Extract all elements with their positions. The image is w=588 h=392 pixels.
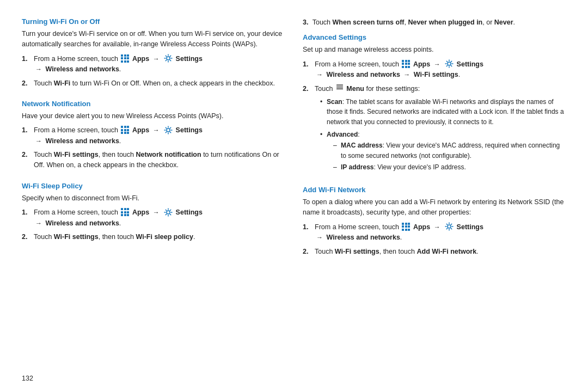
- svg-rect-5: [336, 87, 343, 88]
- turning-wifi-list: 1. From a Home screen, touch Apps → Sett…: [22, 54, 285, 89]
- list-item: 2. Touch Wi-Fi settings, then touch Add …: [303, 247, 566, 257]
- wifi-settings-label: Wi-Fi settings: [54, 151, 99, 158]
- settings-icon: [164, 208, 173, 217]
- menu-label: Menu: [346, 85, 364, 93]
- page-container: Turning Wi-Fi On or Off Turn your device…: [0, 0, 588, 392]
- list-item: 1. From a Home screen, touch Apps → Sett…: [22, 207, 285, 229]
- advanced-label: Advanced: [327, 131, 358, 138]
- turning-wifi-body: Turn your device's Wi-Fi service on or o…: [22, 29, 285, 50]
- wireless-networks-label: Wireless and networks: [45, 65, 119, 73]
- section-advanced-settings: Advanced Settings Set up and manage wire…: [303, 33, 566, 178]
- settings-icon: [445, 222, 454, 231]
- wireless-networks-label: Wireless and networks: [45, 137, 119, 145]
- list-num: 2.: [303, 84, 313, 94]
- when-screen-turns-off-label: When screen turns off: [333, 19, 405, 26]
- settings-icon: [164, 126, 173, 134]
- section-title-wifi-sleep: Wi-Fi Sleep Policy: [22, 182, 285, 190]
- list-content: From a Home screen, touch Apps → Setting…: [34, 207, 285, 229]
- add-wifi-network-body: To open a dialog where you can add a Wi-…: [303, 197, 566, 218]
- list-num: 2.: [22, 232, 32, 242]
- list-num: 1.: [22, 54, 32, 64]
- wifi-label: Wi-Fi: [54, 79, 70, 87]
- list-content: From a Home screen, touch Apps → Setting…: [34, 125, 285, 146]
- list-num: 1.: [22, 125, 32, 136]
- list-num: 2.: [22, 78, 32, 89]
- apps-icon: [402, 223, 410, 231]
- never-when-plugged-label: Never when plugged in: [408, 19, 482, 26]
- network-notification-label: Network notification: [136, 151, 201, 158]
- list-item: 2. Touch Menu for these settings: Scan: …: [303, 84, 566, 175]
- list-content: Touch Wi-Fi settings, then touch Wi-Fi s…: [34, 232, 285, 242]
- settings-label: Settings: [176, 126, 203, 134]
- apps-icon: [121, 208, 129, 216]
- list-content: Touch Menu for these settings: Scan: The…: [315, 84, 566, 175]
- network-notification-body: Have your device alert you to new Wirele…: [22, 111, 285, 121]
- mac-address-label: MAC address: [341, 142, 383, 149]
- svg-point-7: [448, 225, 451, 228]
- wifi-settings-label: Wi-Fi settings: [335, 248, 379, 255]
- settings-label: Settings: [176, 209, 203, 216]
- list-item: 1. From a Home screen, touch Apps → Sett…: [303, 222, 566, 243]
- list-num: 1.: [303, 59, 313, 70]
- wifi-settings-label: Wi-Fi settings: [54, 233, 99, 241]
- list-content: From a Home screen, touch Apps → Setting…: [34, 54, 285, 75]
- scan-label: Scan: [327, 98, 342, 106]
- section-wifi-sleep: Wi-Fi Sleep Policy Specify when to disco…: [22, 182, 285, 246]
- section-title-turning-wifi: Turning Wi-Fi On or Off: [22, 17, 285, 26]
- apps-label: Apps: [132, 55, 149, 63]
- settings-icon: [164, 54, 173, 63]
- svg-rect-6: [336, 88, 343, 89]
- menu-icon: [336, 83, 344, 94]
- apps-icon: [121, 54, 129, 63]
- list-item: 1. From a Home screen, touch Apps → Sett…: [22, 54, 285, 75]
- step3-text: 3. Touch When screen turns off, Never wh…: [303, 17, 566, 28]
- sub-bullet-ip: IP address: View your device's IP addres…: [333, 162, 566, 173]
- section-title-advanced-settings: Advanced Settings: [303, 33, 566, 41]
- section-add-wifi-network: Add Wi-Fi Network To open a dialog where…: [303, 186, 566, 260]
- bullet-advanced: Advanced: MAC address: View your device'…: [320, 130, 566, 173]
- svg-point-1: [167, 128, 170, 132]
- svg-point-3: [448, 62, 451, 65]
- list-num: 1.: [22, 207, 32, 218]
- settings-label: Settings: [176, 55, 203, 63]
- wifi-settings-label: Wi-Fi settings: [414, 71, 458, 78]
- section-network-notification: Network Notification Have your device al…: [22, 100, 285, 174]
- ip-address-label: IP address: [341, 163, 373, 171]
- section-title-add-wifi-network: Add Wi-Fi Network: [303, 186, 566, 194]
- apps-icon: [402, 60, 410, 68]
- list-content: Touch Wi-Fi to turn Wi-Fi On or Off. Whe…: [34, 78, 285, 89]
- list-item: 2. Touch Wi-Fi settings, then touch Netw…: [22, 150, 285, 171]
- advanced-sub-list: MAC address: View your device's MAC addr…: [327, 140, 566, 173]
- network-notification-list: 1. From a Home screen, touch Apps → Sett…: [22, 125, 285, 171]
- advanced-settings-body: Set up and manage wireless access points…: [303, 45, 566, 55]
- svg-rect-4: [336, 84, 343, 85]
- advanced-settings-list: 1. From a Home screen, touch Apps → Sett…: [303, 59, 566, 175]
- page-number: 132: [22, 375, 33, 382]
- wireless-networks-label: Wireless and networks: [326, 71, 400, 78]
- list-item: 2. Touch Wi-Fi settings, then touch Wi-F…: [22, 232, 285, 242]
- add-wifi-list: 1. From a Home screen, touch Apps → Sett…: [303, 222, 566, 257]
- wireless-networks-label: Wireless and networks: [326, 234, 400, 241]
- bullet-scan: Scan: The tablet scans for available Wi-…: [320, 97, 566, 127]
- wifi-sleep-list: 1. From a Home screen, touch Apps → Sett…: [22, 207, 285, 242]
- sub-bullet-mac: MAC address: View your device's MAC addr…: [333, 140, 566, 161]
- apps-label: Apps: [132, 126, 149, 134]
- right-column: 3. Touch When screen turns off, Never wh…: [303, 17, 566, 379]
- add-wifi-network-label: Add Wi-Fi network: [417, 248, 477, 255]
- never-label: Never: [494, 19, 513, 26]
- apps-label: Apps: [413, 223, 430, 231]
- list-content: Touch Wi-Fi settings, then touch Network…: [34, 150, 285, 171]
- left-column: Turning Wi-Fi On or Off Turn your device…: [22, 17, 285, 379]
- section-title-network-notification: Network Notification: [22, 100, 285, 108]
- list-content: From a Home screen, touch Apps → Setting…: [315, 59, 566, 81]
- apps-label: Apps: [413, 60, 430, 68]
- settings-label: Settings: [457, 223, 483, 231]
- svg-point-2: [167, 211, 170, 214]
- list-item: 1. From a Home screen, touch Apps → Sett…: [22, 125, 285, 146]
- list-content: From a Home screen, touch Apps → Setting…: [315, 222, 566, 243]
- list-item: 1. From a Home screen, touch Apps → Sett…: [303, 59, 566, 81]
- list-num: 2.: [22, 150, 32, 160]
- settings-icon: [445, 59, 454, 68]
- list-num: 2.: [303, 247, 313, 257]
- settings-label: Settings: [457, 60, 483, 68]
